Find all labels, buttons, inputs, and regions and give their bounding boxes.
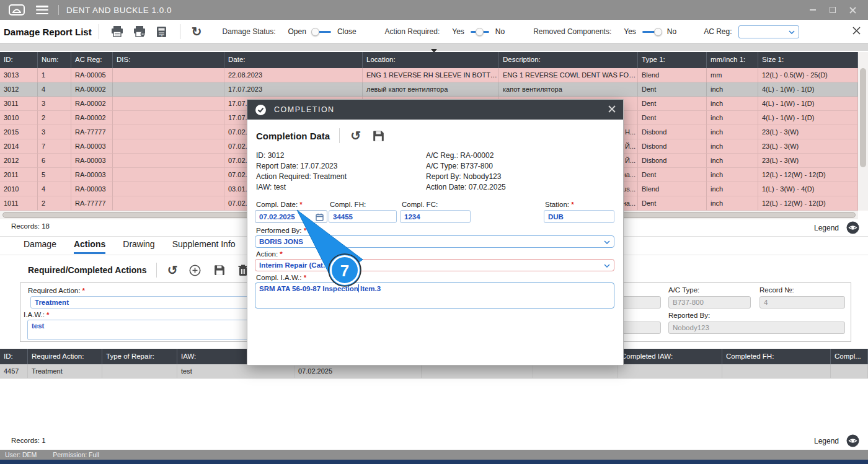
- legend-control: Legend: [814, 221, 859, 234]
- add-action-button[interactable]: [189, 265, 201, 276]
- column-header[interactable]: Compl...: [831, 349, 868, 364]
- column-header[interactable]: Description:: [499, 52, 638, 68]
- export-button[interactable]: x: [155, 25, 169, 38]
- column-header[interactable]: Completed IAW:: [618, 349, 722, 364]
- table-cell: inch: [707, 111, 758, 125]
- table-cell: Disbond: [638, 154, 707, 168]
- menu-icon[interactable]: [36, 6, 48, 14]
- column-header[interactable]: Num:: [38, 52, 71, 68]
- completion-dialog: COMPLETION Completion Data ↺ ID: 3012Rep…: [247, 99, 624, 366]
- compl-fh-input[interactable]: 34455: [329, 210, 397, 223]
- required-action-field[interactable]: Treatment: [30, 296, 251, 309]
- scrollbar-thumb[interactable]: [860, 68, 866, 167]
- column-header[interactable]: Type of Repair:: [102, 349, 177, 364]
- table-cell: [533, 364, 618, 379]
- column-header[interactable]: Size 1:: [758, 52, 858, 68]
- table-cell: inch: [707, 82, 758, 97]
- save-completion-button[interactable]: [373, 130, 384, 142]
- column-header[interactable]: ID:: [0, 349, 28, 364]
- table-cell: ENG 1 REVERSE COWL DENT WAS FOUND: [499, 68, 638, 82]
- column-header[interactable]: mm/inch 1:: [707, 52, 758, 68]
- column-header[interactable]: Date:: [224, 52, 363, 68]
- info-line: IAW: test: [256, 182, 347, 193]
- dialog-titlebar: COMPLETION: [247, 100, 623, 120]
- table-cell: 2011: [0, 168, 38, 182]
- action-select[interactable]: Interim Repair (Cat. C): [255, 259, 614, 271]
- table-cell: 5: [38, 168, 71, 182]
- table-cell: 4: [38, 82, 71, 97]
- window-close-button[interactable]: [846, 4, 859, 15]
- refresh-button[interactable]: ↻: [192, 25, 202, 38]
- damage-status-toggle[interactable]: [312, 27, 331, 37]
- table-cell: RA-00003: [71, 154, 113, 168]
- table-cell: inch: [707, 139, 758, 154]
- table-cell: 12(L) - 12(W) - 12(D): [758, 168, 858, 182]
- column-header[interactable]: ID:: [0, 52, 38, 68]
- station-input[interactable]: DUB: [544, 210, 614, 223]
- tab-drawing[interactable]: Drawing: [123, 239, 154, 254]
- tab-supplement-info[interactable]: Supplement Info: [172, 239, 236, 254]
- table-cell: Dent: [638, 168, 707, 182]
- table-cell: 23(L) - 3(W): [758, 125, 858, 139]
- table-row[interactable]: 30131RA-0000522.08.2023ENG 1 REVERSE RH …: [0, 68, 858, 82]
- ac-reg-dropdown[interactable]: [738, 25, 799, 38]
- compl-iaw-textarea[interactable]: SRM ATA 56-09-87 Inspection Item.3: [255, 282, 614, 309]
- undo-button[interactable]: ↺: [167, 264, 178, 276]
- performed-by-select[interactable]: BORIS JONS: [255, 235, 614, 248]
- eye-icon[interactable]: [846, 221, 859, 234]
- action-required-toggle[interactable]: [471, 27, 489, 37]
- ac-type-label: A/C Type:: [668, 286, 699, 294]
- info-line: ID: 3012: [256, 151, 347, 161]
- restore-button[interactable]: [826, 4, 839, 15]
- removed-components-toggle[interactable]: [642, 27, 661, 37]
- record-no-field: 4: [760, 296, 845, 309]
- column-header[interactable]: Location:: [363, 52, 499, 68]
- compl-fc-input[interactable]: 1234: [400, 210, 471, 223]
- column-header[interactable]: Completed FH:: [722, 349, 831, 364]
- table-cell: [113, 68, 224, 82]
- table-cell: 12(L) - 0.5(W) - 25(D): [758, 68, 858, 82]
- vertical-scrollbar[interactable]: [858, 52, 868, 211]
- print-button[interactable]: [110, 25, 124, 38]
- records-count: Records: 1: [11, 437, 46, 444]
- calendar-icon[interactable]: [316, 213, 324, 221]
- table-cell: RA-77777: [71, 125, 113, 139]
- column-header[interactable]: Required Action:: [28, 349, 102, 364]
- tab-damage[interactable]: Damage: [24, 239, 56, 254]
- table-cell: Blend: [638, 182, 707, 196]
- filter-collapse-strip[interactable]: [0, 43, 868, 51]
- table-cell: mm: [707, 68, 758, 82]
- compl-date-input[interactable]: 07.02.2025: [255, 210, 327, 223]
- table-cell: 4457: [0, 364, 28, 379]
- save-actions-button[interactable]: [214, 265, 225, 276]
- compl-date-label: Compl. Date:: [256, 201, 303, 208]
- close-list-button[interactable]: [852, 26, 861, 37]
- statusbar-user: User: DEM: [5, 451, 37, 458]
- completion-data-title: Completion Data: [256, 131, 330, 141]
- tab-actions[interactable]: Actions: [74, 239, 105, 254]
- ac-reg-label: AC Reg:: [704, 27, 732, 36]
- table-cell: ENG 1 REVERSE RH SLEEVE IN BOTTOM PLACE.…: [363, 68, 499, 82]
- iaw-field[interactable]: test: [27, 320, 254, 340]
- column-header[interactable]: DIS:: [113, 52, 224, 68]
- table-row[interactable]: 4457Treatmenttest07.02.2025: [0, 364, 868, 379]
- dialog-close-button[interactable]: [608, 104, 616, 115]
- table-cell: Disbond: [638, 125, 707, 139]
- table-cell: 12(L) - 12(W) - 12(D): [758, 196, 858, 211]
- minimize-button[interactable]: [806, 4, 820, 15]
- eye-icon[interactable]: [846, 434, 859, 447]
- undo-icon: ↺: [350, 129, 361, 142]
- table-cell: RA-00003: [71, 139, 113, 154]
- table-row[interactable]: 30124RA-0000217.07.2023левый капот венти…: [0, 82, 858, 97]
- table-cell: [113, 82, 224, 97]
- column-header[interactable]: AC Reg:: [71, 52, 113, 68]
- reset-button[interactable]: ↺: [350, 129, 361, 142]
- bottom-border: [0, 460, 868, 464]
- table-cell: RA-00003: [71, 182, 113, 196]
- print-preview-button[interactable]: [133, 25, 146, 38]
- action-required-yes-label: Yes: [452, 27, 464, 36]
- table-cell: RA-00003: [71, 168, 113, 182]
- info-line: Report By: Nobody123: [426, 172, 506, 182]
- table-cell: 23(L) - 3(W): [758, 154, 858, 168]
- column-header[interactable]: Type 1:: [638, 52, 707, 68]
